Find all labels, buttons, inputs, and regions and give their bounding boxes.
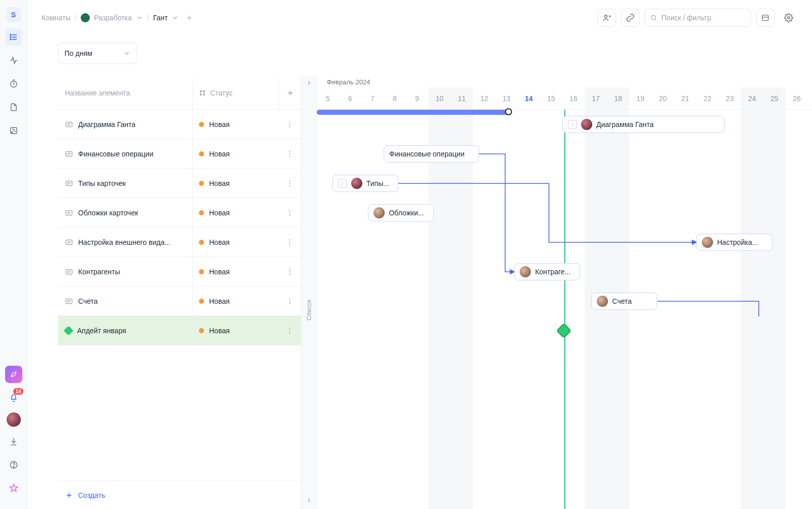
- list-row[interactable]: Диаграмма ГантаНовая: [58, 110, 301, 139]
- nav-activity-icon[interactable]: [5, 52, 22, 69]
- timeline-day[interactable]: 6: [339, 87, 361, 109]
- list-row[interactable]: Настройка внешнего вида...Новая: [58, 228, 301, 257]
- search-input[interactable]: [645, 9, 751, 27]
- gantt-task[interactable]: Обложки...: [368, 204, 434, 221]
- timeline-day[interactable]: 24: [741, 87, 763, 109]
- timeline-day[interactable]: 10: [428, 87, 451, 109]
- nav-list-icon[interactable]: [5, 28, 22, 46]
- assignee-avatar[interactable]: [374, 207, 385, 218]
- help-icon[interactable]: [5, 456, 22, 473]
- assignee-avatar[interactable]: [520, 266, 531, 277]
- chevron-right-icon[interactable]: [306, 497, 313, 504]
- user-avatar[interactable]: [7, 412, 21, 427]
- panel-divider[interactable]: Список: [301, 76, 317, 509]
- timeline[interactable]: 567891011121314151617181920212223242526: [317, 87, 812, 110]
- row-more-icon[interactable]: [279, 110, 301, 139]
- timeline-day[interactable]: 25: [763, 87, 786, 109]
- gantt-task[interactable]: ✓Диаграмма Ганта: [562, 116, 725, 133]
- assignee-avatar[interactable]: [597, 296, 608, 307]
- gantt-task[interactable]: Контраге...: [514, 263, 580, 280]
- notifications-icon[interactable]: 14: [5, 389, 22, 406]
- gantt-milestone[interactable]: [556, 323, 572, 338]
- layout-icon[interactable]: [756, 9, 774, 27]
- settings-icon[interactable]: [780, 9, 798, 27]
- timeline-day[interactable]: 7: [361, 87, 384, 109]
- task-check-icon[interactable]: ✓: [338, 179, 347, 188]
- row-more-icon[interactable]: [279, 287, 301, 315]
- topbar: Комнаты / Разработка / Гант: [27, 0, 812, 36]
- svg-point-36: [289, 182, 290, 183]
- row-more-icon[interactable]: [279, 257, 301, 286]
- timeline-day[interactable]: 18: [607, 87, 629, 109]
- app-logo[interactable]: S: [6, 7, 21, 22]
- timeline-day[interactable]: 16: [562, 87, 585, 109]
- assignee-avatar[interactable]: [702, 237, 713, 248]
- timeline-day[interactable]: 26: [786, 87, 808, 109]
- svg-point-47: [289, 239, 290, 240]
- timeline-day[interactable]: 22: [696, 87, 719, 109]
- create-button[interactable]: Создать: [58, 481, 301, 509]
- chevron-down-icon[interactable]: [136, 14, 143, 21]
- svg-rect-50: [66, 269, 72, 274]
- timeline-day[interactable]: 5: [317, 87, 339, 109]
- chevron-right-icon[interactable]: [306, 79, 313, 86]
- scale-select[interactable]: По дням: [58, 43, 137, 64]
- status-dot: [199, 210, 204, 215]
- gantt-task[interactable]: Счета: [591, 293, 657, 310]
- nav-doc-icon[interactable]: [5, 99, 22, 116]
- add-column-icon[interactable]: [279, 76, 301, 109]
- breadcrumb-project[interactable]: Разработка: [94, 14, 132, 22]
- list-row[interactable]: Апдейт январяНовая: [58, 316, 301, 345]
- timeline-day[interactable]: 8: [384, 87, 406, 109]
- download-icon[interactable]: [5, 433, 22, 450]
- timeline-day[interactable]: 14: [518, 87, 540, 109]
- timeline-day[interactable]: 19: [629, 87, 652, 109]
- task-check-icon[interactable]: ✓: [568, 120, 577, 129]
- row-more-icon[interactable]: [279, 228, 301, 257]
- gantt-task[interactable]: Настройка...: [696, 234, 772, 251]
- list-row[interactable]: Типы карточекНовая: [58, 169, 301, 198]
- nav-timer-icon[interactable]: [5, 75, 22, 92]
- timeline-day[interactable]: 13: [495, 87, 518, 109]
- svg-point-64: [289, 332, 290, 333]
- chevron-down-icon[interactable]: [172, 14, 179, 21]
- assignee-avatar[interactable]: [581, 119, 592, 130]
- breadcrumb-view[interactable]: Гант: [153, 14, 168, 22]
- app-store-icon[interactable]: [5, 480, 22, 497]
- timeline-day[interactable]: 21: [674, 87, 696, 109]
- timeline-day[interactable]: 20: [652, 87, 674, 109]
- row-more-icon[interactable]: [279, 139, 301, 168]
- nav-feed-icon[interactable]: [5, 122, 22, 139]
- timeline-day[interactable]: 9: [406, 87, 428, 109]
- gantt-row: Настройка...: [317, 228, 812, 257]
- timeline-day[interactable]: 17: [585, 87, 607, 109]
- list-row[interactable]: СчетаНовая: [58, 287, 301, 316]
- row-more-icon[interactable]: [279, 316, 301, 345]
- column-status-header[interactable]: Статус: [192, 76, 279, 109]
- upgrade-icon[interactable]: [5, 366, 22, 383]
- search-field[interactable]: [661, 14, 746, 22]
- row-more-icon[interactable]: [279, 198, 301, 227]
- timeline-day[interactable]: 12: [473, 87, 495, 109]
- column-name-header[interactable]: Название элемента: [58, 89, 192, 97]
- add-view-icon[interactable]: [186, 14, 193, 21]
- timeline-day[interactable]: 15: [540, 87, 562, 109]
- row-more-icon[interactable]: [279, 169, 301, 198]
- gantt-task[interactable]: Финансовые операции: [384, 145, 479, 163]
- timeline-day[interactable]: 23: [719, 87, 741, 109]
- gantt-task[interactable]: ✓Типы...: [332, 175, 398, 192]
- gantt-row: Счета: [317, 287, 812, 316]
- svg-point-41: [289, 210, 290, 211]
- list-row[interactable]: Финансовые операцииНовая: [58, 139, 301, 169]
- list-row[interactable]: КонтрагентыНовая: [58, 257, 301, 287]
- timeline-day[interactable]: 11: [451, 87, 473, 109]
- task-label: Счета: [612, 297, 632, 305]
- link-icon[interactable]: [621, 9, 639, 27]
- svg-point-30: [289, 153, 290, 154]
- svg-point-25: [289, 126, 290, 127]
- breadcrumb-root[interactable]: Комнаты: [42, 14, 71, 22]
- assignee-avatar[interactable]: [351, 178, 362, 189]
- share-users-icon[interactable]: [598, 9, 616, 27]
- list-row[interactable]: Обложки карточекНовая: [58, 198, 301, 228]
- project-emoji: [81, 13, 90, 22]
